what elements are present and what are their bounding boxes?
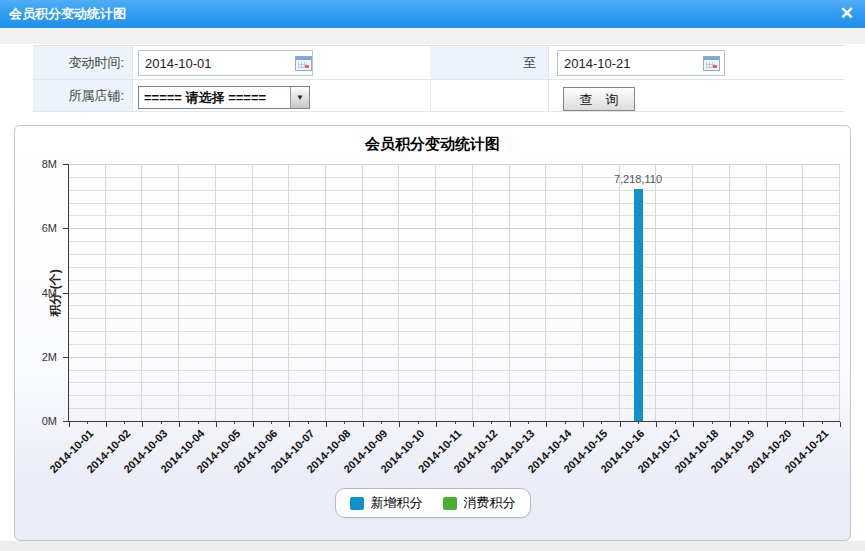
legend-item[interactable]: 消费积分 xyxy=(443,494,516,512)
x-axis-subtick xyxy=(748,422,749,424)
chevron-down-icon[interactable]: ▼ xyxy=(290,87,309,108)
x-axis-tick xyxy=(546,422,547,427)
calendar-icon[interactable] xyxy=(295,56,312,71)
y-axis-tick xyxy=(63,421,68,422)
start-date-input[interactable] xyxy=(138,50,313,76)
dialog-titlebar: 会员积分变动统计图 ✕ xyxy=(0,0,865,28)
x-axis-subtick xyxy=(528,422,529,424)
x-axis-subtick xyxy=(234,422,235,424)
x-axis-subtick xyxy=(344,422,345,424)
gridline-v xyxy=(362,164,363,421)
x-axis-subtick xyxy=(565,422,566,424)
x-axis-tick xyxy=(730,422,731,427)
gridline-v xyxy=(435,164,436,421)
y-axis-tick xyxy=(63,228,68,229)
chart-title: 会员积分变动统计图 xyxy=(15,135,850,154)
gridline-h xyxy=(69,370,840,371)
gridline-v xyxy=(215,164,216,421)
gridline-h xyxy=(69,190,840,191)
bar-value-label: 7,218,110 xyxy=(578,173,698,185)
gridline-v xyxy=(252,164,253,421)
gridline-v xyxy=(141,164,142,421)
gridline-v xyxy=(509,164,510,421)
gridline-h xyxy=(69,408,840,409)
x-axis-subtick xyxy=(308,422,309,424)
y-axis-label: 0M xyxy=(23,415,57,427)
close-icon[interactable]: ✕ xyxy=(840,0,854,27)
gridline-v xyxy=(325,164,326,421)
y-axis-label: 4M xyxy=(23,287,57,299)
y-axis-label: 6M xyxy=(23,222,57,234)
divider xyxy=(33,79,845,80)
legend-box: 新增积分消费积分 xyxy=(335,488,531,518)
shop-label-cell: 所属店铺: xyxy=(33,80,132,111)
gridline-v xyxy=(398,164,399,421)
x-axis-tick xyxy=(399,422,400,427)
query-button[interactable]: 查 询 xyxy=(563,87,635,111)
y-axis-tick xyxy=(63,293,68,294)
gridline-v xyxy=(619,164,620,421)
legend-label: 新增积分 xyxy=(371,494,423,512)
gridline-h xyxy=(69,215,840,216)
x-axis-tick xyxy=(583,422,584,427)
x-axis-subtick xyxy=(785,422,786,424)
gridline-v xyxy=(766,164,767,421)
gridline-v xyxy=(729,164,730,421)
gridline-h xyxy=(69,331,840,332)
gridline-h xyxy=(69,164,840,165)
gridline-v xyxy=(178,164,179,421)
gridline-h xyxy=(69,177,840,178)
bottom-strip xyxy=(0,541,865,551)
x-axis-tick xyxy=(620,422,621,427)
x-axis-tick xyxy=(840,422,841,427)
x-axis-subtick xyxy=(638,422,639,424)
gridline-h xyxy=(69,305,840,306)
gridline-h xyxy=(69,318,840,319)
x-axis-tick xyxy=(363,422,364,427)
chart-panel: 会员积分变动统计图 积分 (个) 0M2M4M6M8M2014-10-01201… xyxy=(14,125,851,541)
gridline-v xyxy=(582,164,583,421)
shop-select[interactable]: ===== 请选择 ===== ▼ xyxy=(138,86,310,109)
y-axis-label: 2M xyxy=(23,351,57,363)
x-axis-tick xyxy=(510,422,511,427)
gridline-h xyxy=(69,203,840,204)
gridline-h xyxy=(69,344,840,345)
x-axis-tick xyxy=(767,422,768,427)
gridline-h xyxy=(69,267,840,268)
plot-area: 积分 (个) 0M2M4M6M8M2014-10-012014-10-02201… xyxy=(68,164,840,422)
gridline-v xyxy=(839,164,840,421)
x-axis-subtick xyxy=(601,422,602,424)
gridline-v xyxy=(472,164,473,421)
titlebar-shadow-strip xyxy=(0,28,865,44)
divider xyxy=(132,45,133,112)
end-date-input[interactable] xyxy=(557,50,725,76)
legend-swatch xyxy=(350,497,364,510)
gridline-v xyxy=(288,164,289,421)
chart-bar[interactable] xyxy=(634,189,643,421)
calendar-icon[interactable] xyxy=(703,56,720,71)
legend-item[interactable]: 新增积分 xyxy=(350,494,423,512)
gridline-h xyxy=(69,395,840,396)
x-axis-tick xyxy=(656,422,657,427)
gridline-h xyxy=(69,228,840,229)
x-axis-tick xyxy=(253,422,254,427)
legend-swatch xyxy=(443,497,457,510)
dialog-title: 会员积分变动统计图 xyxy=(9,0,126,28)
y-axis-tick xyxy=(63,164,68,165)
gridline-v xyxy=(802,164,803,421)
x-axis-tick xyxy=(289,422,290,427)
gridline-h xyxy=(69,241,840,242)
x-axis-tick xyxy=(436,422,437,427)
gridline-h xyxy=(69,293,840,294)
gridline-h xyxy=(69,357,840,358)
legend-label: 消费积分 xyxy=(464,494,516,512)
y-axis-tick xyxy=(63,357,68,358)
x-axis-tick xyxy=(473,422,474,427)
y-axis-label: 8M xyxy=(23,158,57,170)
time-label: 变动时间: xyxy=(33,46,132,79)
x-axis-tick xyxy=(216,422,217,427)
x-axis-tick xyxy=(326,422,327,427)
gridline-h xyxy=(69,280,840,281)
x-axis-tick xyxy=(693,422,694,427)
x-axis-subtick xyxy=(381,422,382,424)
